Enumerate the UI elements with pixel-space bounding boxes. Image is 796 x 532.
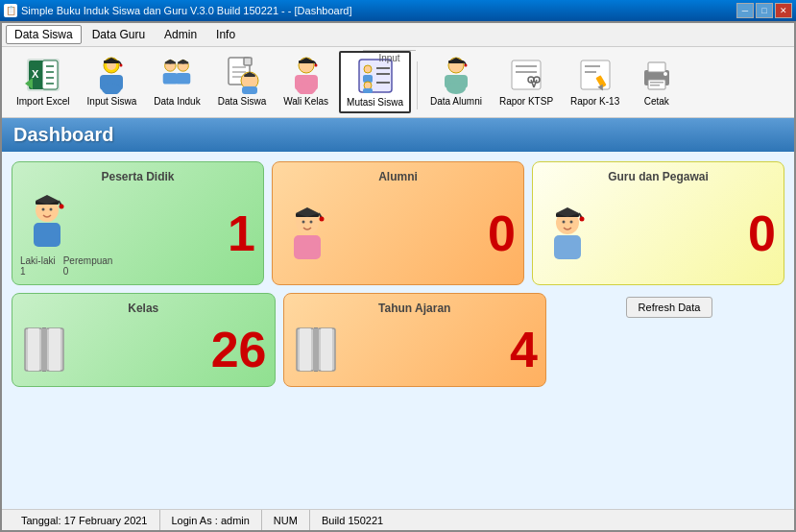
toolbar-rapor-ktsp[interactable]: Rapor KTSP (493, 51, 560, 111)
svg-rect-99 (28, 328, 39, 371)
tahun-ajaran-count: 4 (510, 325, 538, 375)
menu-item-info[interactable]: Info (207, 25, 244, 44)
svg-point-93 (570, 221, 573, 224)
login-value: admin (221, 515, 250, 526)
pen-icon (576, 56, 615, 94)
refresh-area: Refresh Data (554, 293, 784, 387)
svg-rect-101 (49, 328, 60, 371)
toolbar-input-siswa[interactable]: Input Siswa (81, 51, 144, 111)
svg-rect-18 (163, 73, 178, 84)
menu-item-admin[interactable]: Admin (156, 25, 205, 44)
svg-point-47 (364, 82, 372, 89)
menu-item-data-guru[interactable]: Data Guru (84, 25, 154, 44)
person-icon (92, 56, 131, 94)
svg-rect-108 (321, 328, 332, 371)
card-alumni: Alumni (272, 161, 524, 285)
svg-rect-26 (244, 58, 252, 65)
status-num: NUM (262, 510, 310, 530)
svg-text:X: X (32, 68, 39, 80)
rapor-k13-label: Rapor K-13 (570, 96, 619, 107)
num-label: NUM (274, 515, 298, 526)
toolbar-data-siswa[interactable]: Data Siswa (211, 51, 274, 111)
svg-rect-74 (34, 223, 60, 247)
graduate-female-icon (280, 202, 333, 264)
card-alumni-body: 0 (280, 189, 516, 277)
svg-point-51 (446, 83, 466, 94)
toolbar-data-induk[interactable]: Data Induk (147, 51, 206, 111)
title-bar: 📋 Simple Buku Induk Siswa dan Guru V.3.0… (0, 0, 796, 21)
card-kelas: Kelas 26 (12, 293, 276, 387)
scissor-icon (507, 56, 545, 94)
status-date: Tanggal: 17 February 2021 (10, 510, 160, 530)
data-alumni-label: Data Alumni (430, 96, 482, 107)
date-value: 17 February 2021 (64, 515, 148, 526)
window-body: Data Siswa Data Guru Admin Info X (0, 21, 796, 532)
card-peserta-didik-title: Peserta Didik (20, 170, 255, 183)
guru-count: 0 (748, 208, 776, 258)
wali-kelas-label: Wali Kelas (283, 96, 328, 107)
svg-point-81 (60, 205, 64, 209)
title-text: Simple Buku Induk Siswa dan Guru V.3.0 B… (21, 5, 351, 16)
menu-bar: Data Siswa Data Guru Admin Info (2, 23, 794, 47)
svg-point-84 (302, 221, 305, 224)
svg-rect-22 (177, 73, 191, 84)
svg-rect-111 (313, 328, 319, 371)
close-button[interactable]: ✕ (775, 3, 792, 18)
card-tahun-ajaran-body: 4 (292, 321, 539, 378)
window-controls: ─ □ ✕ (736, 3, 792, 18)
svg-point-85 (310, 221, 313, 224)
svg-rect-106 (300, 328, 311, 371)
svg-point-92 (563, 221, 566, 224)
svg-point-73 (663, 72, 667, 76)
alumni-count: 0 (488, 208, 516, 258)
import-excel-label: Import Excel (16, 96, 70, 107)
svg-point-97 (580, 217, 585, 222)
dashboard-title: Dashboard (13, 124, 113, 145)
svg-rect-72 (650, 85, 660, 86)
doc-icon (223, 56, 261, 94)
maximize-button[interactable]: □ (756, 3, 773, 18)
svg-rect-31 (242, 86, 257, 94)
minimize-button[interactable]: ─ (736, 3, 754, 18)
refresh-button[interactable]: Refresh Data (626, 297, 713, 318)
svg-rect-104 (41, 328, 47, 371)
people-icon (157, 56, 196, 94)
card-guru-title: Guru dan Pegawai (541, 170, 776, 183)
data-siswa-btn-label: Data Siswa (218, 96, 267, 107)
svg-point-42 (364, 65, 372, 73)
menu-item-data-siswa[interactable]: Data Siswa (6, 25, 82, 44)
toolbar-rapor-k13[interactable]: Rapor K-13 (564, 51, 626, 111)
perempuan-label: Perempuan 0 (63, 255, 113, 277)
card-kelas-title: Kelas (20, 302, 267, 315)
status-bar: Tanggal: 17 February 2021 Login As : adm… (2, 509, 794, 530)
app-icon: 📋 (4, 4, 17, 17)
toolbar-wali-kelas[interactable]: Wali Kelas (277, 51, 335, 111)
svg-point-76 (42, 208, 45, 211)
graduate-male2-icon (541, 202, 593, 264)
laki-laki-label: Laki-laki 1 (20, 255, 56, 277)
status-login: Login As : admin (160, 510, 262, 530)
card-tahun-ajaran: Tahun Ajaran 4 (283, 293, 547, 387)
build-label: Build 150221 (322, 515, 383, 526)
stats-bottom-row: Kelas 26 (12, 293, 784, 387)
mutasi-siswa-label: Mutasi Siswa (347, 97, 403, 108)
toolbar-cetak[interactable]: Cetak (630, 51, 683, 111)
toolbar: X Import Excel (2, 47, 794, 118)
rapor-ktsp-label: Rapor KTSP (499, 96, 553, 107)
card-kelas-body: 26 (20, 321, 267, 378)
svg-point-55 (464, 64, 467, 67)
login-label: Login As : (172, 515, 218, 526)
dashboard-content: Peserta Didik (2, 152, 794, 509)
toolbar-import-excel[interactable]: X Import Excel (10, 51, 77, 111)
book2-icon (292, 321, 340, 378)
stats-top-row: Peserta Didik (12, 161, 784, 285)
toolbar-data-alumni[interactable]: Data Alumni (423, 51, 489, 111)
dashboard-header: Dashboard (2, 118, 794, 152)
card-tahun-ajaran-title: Tahun Ajaran (292, 302, 539, 315)
svg-rect-56 (512, 60, 541, 89)
card-guru-body: 0 (541, 189, 776, 277)
print-icon (638, 56, 676, 94)
kelas-count: 26 (211, 325, 267, 375)
data-induk-label: Data Induk (154, 96, 200, 107)
date-label: Tanggal: (21, 515, 61, 526)
